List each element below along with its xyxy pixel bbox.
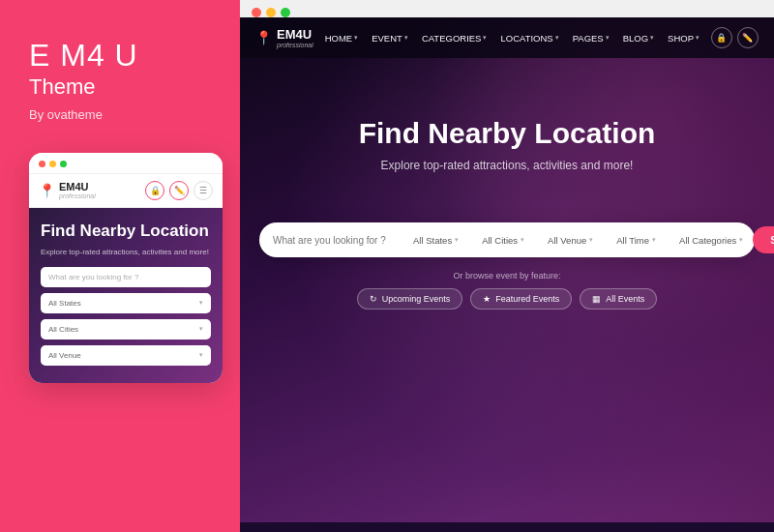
mobile-dot-red (39, 161, 45, 167)
brand-title: E M4 U (29, 39, 211, 73)
nav-item-event[interactable]: EVENT ▾ (366, 29, 414, 47)
chevron-down-icon: ▾ (199, 325, 203, 333)
mobile-edit-icon[interactable]: ✏️ (169, 181, 189, 200)
chevron-down-icon: ▾ (650, 34, 654, 42)
mobile-nav-bar: 📍 EM4U professional 🔒 ✏️ ☰ (29, 174, 223, 208)
chevron-down-icon: ▾ (199, 351, 203, 359)
search-bar: All States ▾ All Cities ▾ All Venue ▾ Al… (259, 222, 755, 257)
mobile-dot-yellow (49, 161, 56, 167)
nav-item-pages[interactable]: PAGES ▾ (567, 29, 615, 47)
mobile-menu-icon[interactable]: ☰ (194, 181, 213, 200)
left-panel: E M4 U Theme By ovatheme 📍 EM4U professi… (0, 0, 240, 532)
chevron-down-icon: ▾ (555, 34, 559, 42)
site-nav-links: HOME ▾ EVENT ▾ CATEGORIES ▾ LOCATIONS ▾ … (319, 29, 705, 47)
site-logo: 📍 EM4U professional (255, 27, 313, 48)
search-dropdown-categories[interactable]: All Categories ▾ (673, 235, 749, 246)
right-panel: 📍 EM4U professional HOME ▾ EVENT ▾ CATEG… (240, 0, 774, 532)
hero-content: Find Nearby Location Explore top-rated a… (240, 58, 774, 222)
mobile-window-dots (39, 161, 67, 167)
chevron-down-icon: ▾ (354, 34, 358, 42)
mobile-select-venue[interactable]: All Venue ▾ (41, 345, 211, 366)
browse-label: Or browse event by feature: (240, 271, 774, 281)
mobile-lock-icon[interactable]: 🔒 (145, 181, 164, 200)
chevron-down-icon: ▾ (483, 34, 487, 42)
upcoming-icon: ↻ (370, 294, 377, 304)
pill-all-events[interactable]: ▦ All Events (580, 288, 657, 310)
pill-upcoming-events[interactable]: ↻ Upcoming Events (357, 288, 463, 310)
site-logo-text: EM4U (277, 27, 313, 42)
nav-item-categories[interactable]: CATEGORIES ▾ (416, 29, 493, 47)
mobile-hero-subtitle: Explore top-rated attractions, activitie… (41, 247, 211, 257)
site-logo-pin-icon: 📍 (255, 30, 272, 45)
search-dropdown-states[interactable]: All States ▾ (407, 235, 464, 246)
search-dropdown-time[interactable]: All Time ▾ (610, 235, 662, 246)
chevron-down-icon: ▾ (652, 236, 656, 244)
chevron-down-icon: ▾ (521, 236, 524, 244)
mobile-logo: 📍 EM4U professional (39, 182, 96, 199)
browser-dot-red (252, 8, 261, 17)
mobile-logo-sub: professional (59, 192, 96, 199)
mobile-nav-icons: 🔒 ✏️ ☰ (145, 181, 213, 200)
pill-featured-events[interactable]: ★ Featured Events (470, 288, 572, 310)
mobile-logo-pin-icon: 📍 (39, 183, 55, 198)
nav-item-blog[interactable]: BLOG ▾ (617, 29, 660, 47)
hero-subtitle: Explore top-rated attractions, activitie… (259, 159, 755, 172)
browse-features: Or browse event by feature: ↻ Upcoming E… (240, 271, 774, 310)
site-logo-sub: professional (277, 42, 313, 48)
mobile-select-cities[interactable]: All Cities ▾ (41, 319, 211, 340)
mobile-top-bar (29, 153, 223, 174)
featured-icon: ★ (483, 294, 491, 304)
chevron-down-icon: ▾ (739, 236, 743, 244)
nav-item-shop[interactable]: SHOP ▾ (662, 29, 705, 47)
nav-edit-icon[interactable]: ✏️ (737, 27, 759, 48)
browser-content: 📍 EM4U professional HOME ▾ EVENT ▾ CATEG… (240, 17, 774, 522)
chevron-down-icon: ▾ (404, 34, 408, 42)
nav-lock-icon[interactable]: 🔒 (711, 27, 732, 48)
mobile-mockup: 📍 EM4U professional 🔒 ✏️ ☰ Find Nearby L… (29, 153, 223, 383)
chevron-down-icon: ▾ (606, 34, 610, 42)
search-bar-container: All States ▾ All Cities ▾ All Venue ▾ Al… (259, 222, 755, 257)
all-events-icon: ▦ (592, 294, 601, 304)
mobile-hero: Find Nearby Location Explore top-rated a… (29, 208, 223, 383)
browser-chrome (240, 0, 774, 17)
chevron-down-icon: ▾ (589, 236, 593, 244)
nav-item-locations[interactable]: LOCATIONS ▾ (494, 29, 564, 47)
mobile-logo-text: EM4U (59, 182, 96, 192)
mobile-hero-title: Find Nearby Location (41, 222, 211, 241)
mobile-dot-green (60, 161, 67, 167)
feature-pills: ↻ Upcoming Events ★ Featured Events ▦ Al… (240, 288, 774, 310)
site-nav-actions: 🔒 ✏️ (711, 27, 759, 48)
brand-by: By ovatheme (29, 107, 211, 122)
mobile-search-input[interactable]: What are you looking for ? (41, 267, 211, 287)
chevron-down-icon: ▾ (455, 236, 459, 244)
browser-dot-yellow (266, 8, 276, 17)
browser-dot-green (281, 8, 290, 17)
browser-window-dots (252, 8, 290, 17)
brand-subtitle: Theme (29, 74, 211, 100)
chevron-down-icon: ▾ (199, 299, 203, 307)
site-navbar: 📍 EM4U professional HOME ▾ EVENT ▾ CATEG… (240, 17, 774, 58)
nav-item-home[interactable]: HOME ▾ (319, 29, 365, 47)
hero-title: Find Nearby Location (259, 116, 755, 151)
search-dropdown-venue[interactable]: All Venue ▾ (542, 235, 599, 246)
chevron-down-icon: ▾ (696, 34, 700, 42)
search-text-input[interactable] (273, 229, 396, 251)
search-button[interactable]: Search (753, 226, 774, 253)
mobile-select-states[interactable]: All States ▾ (41, 293, 211, 313)
search-dropdown-cities[interactable]: All Cities ▾ (476, 235, 530, 246)
